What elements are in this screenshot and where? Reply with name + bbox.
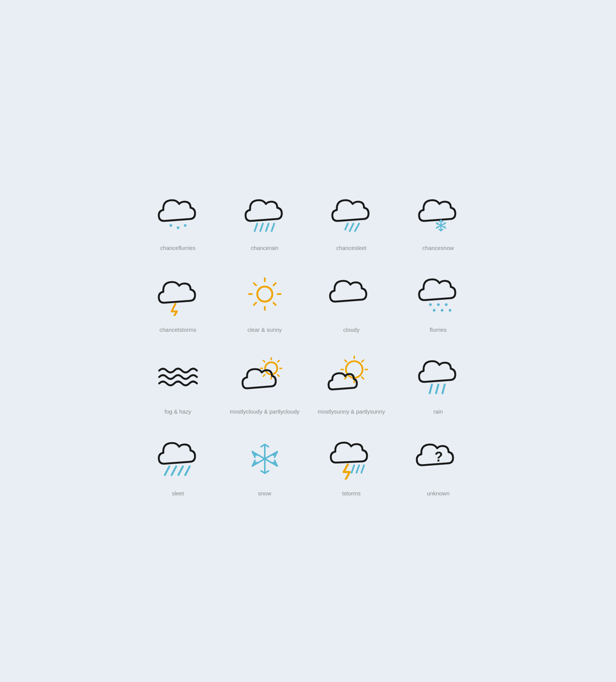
svg-line-6 <box>272 224 274 231</box>
svg-point-45 <box>346 361 363 378</box>
tstorms-icon <box>321 431 382 483</box>
svg-line-59 <box>178 466 183 475</box>
sleet-label: sleet <box>172 489 184 497</box>
svg-line-29 <box>254 303 256 305</box>
svg-point-30 <box>429 303 432 306</box>
weather-item-chancetstorms: chancetstorms <box>138 267 218 334</box>
svg-point-31 <box>437 303 439 306</box>
svg-line-53 <box>345 377 347 379</box>
sleet-icon <box>148 431 208 483</box>
svg-line-27 <box>273 303 276 305</box>
svg-line-52 <box>362 360 364 362</box>
tstorms-label: tstorms <box>342 489 361 497</box>
rain-label: rain <box>433 408 443 415</box>
svg-point-34 <box>441 309 443 311</box>
svg-point-33 <box>433 309 435 311</box>
svg-line-78 <box>361 465 364 473</box>
weather-item-foghazy: fog & hazy <box>138 349 218 415</box>
chancerain-label: chancerain <box>251 244 278 252</box>
foghazy-label: fog & hazy <box>164 408 191 415</box>
svg-line-58 <box>172 466 176 475</box>
rain-icon <box>408 349 469 402</box>
flurries-label: flurries <box>430 326 447 334</box>
svg-line-54 <box>430 385 432 393</box>
weather-item-chancerain: chancerain <box>225 185 304 252</box>
svg-line-9 <box>355 224 359 231</box>
flurries-icon <box>408 267 469 320</box>
chancetstorms-icon <box>148 267 208 320</box>
chanceflurries-icon <box>148 185 208 238</box>
unknown-icon: ? <box>408 431 469 483</box>
mostlycloudy-label: mostlycloudy & partlycloudy <box>230 408 300 415</box>
chancesleet-label: chancesleet <box>336 244 366 252</box>
svg-line-4 <box>260 224 263 231</box>
weather-item-chancesleet: chancesleet <box>312 185 391 252</box>
svg-point-2 <box>184 224 186 227</box>
clearsunny-label: clear & sunny <box>247 326 282 334</box>
svg-line-44 <box>263 375 265 376</box>
svg-point-0 <box>169 224 172 227</box>
cloudy-icon <box>321 267 382 320</box>
svg-line-60 <box>185 466 190 475</box>
svg-line-50 <box>345 360 347 362</box>
chancesnow-label: chancesnow <box>422 244 454 252</box>
svg-line-5 <box>266 224 269 231</box>
svg-line-77 <box>356 465 359 473</box>
weather-item-chanceflurries: chanceflurries <box>138 185 218 252</box>
svg-line-55 <box>436 385 438 393</box>
snow-label: snow <box>258 489 271 497</box>
weather-grid: chanceflurries chancerain <box>138 185 478 497</box>
weather-item-sleet: sleet <box>138 431 218 497</box>
clearsunny-icon <box>235 267 295 320</box>
mostlycloudy-icon <box>235 349 295 402</box>
svg-line-8 <box>350 224 353 231</box>
svg-point-1 <box>177 226 179 229</box>
svg-line-43 <box>278 360 279 362</box>
mostlysunny-label: mostlysunny & partlysunny <box>318 408 385 415</box>
cloudy-label: cloudy <box>343 326 359 334</box>
svg-point-32 <box>445 303 447 306</box>
svg-line-41 <box>263 360 265 362</box>
weather-item-unknown: ? unknown <box>399 431 478 497</box>
chanceflurries-label: chanceflurries <box>160 244 195 252</box>
mostlysunny-icon <box>321 349 382 402</box>
svg-point-35 <box>449 309 451 311</box>
unknown-label: unknown <box>427 489 449 497</box>
chancesleet-icon <box>321 185 382 238</box>
chancerain-icon <box>235 185 295 238</box>
weather-item-cloudy: cloudy <box>312 267 391 334</box>
svg-line-76 <box>352 465 354 473</box>
weather-item-tstorms: tstorms <box>312 431 391 497</box>
svg-line-7 <box>345 224 348 230</box>
svg-text:?: ? <box>435 449 443 464</box>
svg-line-28 <box>273 283 276 285</box>
weather-item-snow: snow <box>225 431 304 497</box>
chancetstorms-label: chancetstorms <box>160 326 197 334</box>
svg-point-21 <box>257 287 272 302</box>
svg-line-26 <box>254 283 256 285</box>
weather-item-chancesnow: chancesnow <box>399 185 478 252</box>
weather-item-flurries: flurries <box>399 267 478 334</box>
svg-line-42 <box>278 375 279 376</box>
chancesnow-icon <box>408 185 469 238</box>
svg-line-57 <box>165 466 169 475</box>
weather-item-clearsunny: clear & sunny <box>225 267 304 334</box>
foghazy-icon <box>148 349 208 402</box>
svg-line-56 <box>442 385 445 393</box>
svg-line-51 <box>362 377 364 379</box>
svg-line-3 <box>255 224 257 231</box>
weather-item-rain: rain <box>399 349 478 415</box>
weather-item-mostlycloudy: mostlycloudy & partlycloudy <box>225 349 304 415</box>
snow-icon <box>235 431 295 483</box>
weather-item-mostlysunny: mostlysunny & partlysunny <box>312 349 391 415</box>
